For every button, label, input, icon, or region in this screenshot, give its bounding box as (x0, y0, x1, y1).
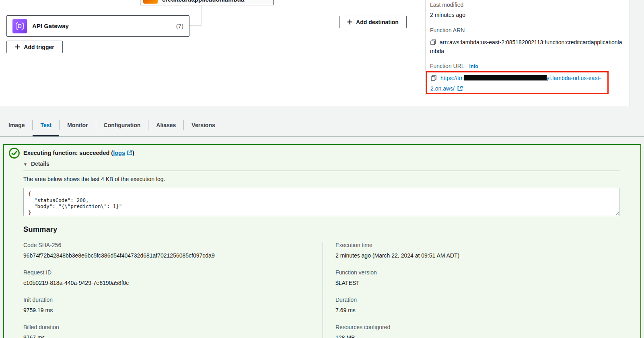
summary-field-request-id: Request ID c10b0219-818a-440a-9429-7e619… (23, 269, 323, 286)
field-label: Billed duration (23, 324, 323, 330)
redaction-bar (464, 75, 547, 80)
details-toggle-label: Details (31, 161, 49, 167)
field-value: 128 MB (335, 334, 619, 338)
api-gateway-trigger-count: (7) (176, 23, 183, 29)
last-modified-value: 2 minutes ago (430, 12, 625, 18)
function-url-suffix-line1: yf.lambda-url.us-east- (547, 75, 601, 81)
field-label: Duration (335, 297, 619, 303)
summary-right-column: Execution time 2 minutes ago (March 22, … (323, 242, 619, 338)
api-gateway-node-label: API Gateway (32, 23, 176, 29)
copy-icon[interactable] (430, 75, 437, 81)
add-trigger-button[interactable]: Add trigger (6, 41, 63, 53)
last-modified-label: Last modified (430, 2, 625, 8)
connector-line-vertical (201, 5, 202, 26)
execution-log-note: The area below shows the last 4 KB of th… (23, 176, 619, 182)
connector-line-horizontal (189, 25, 202, 26)
field-label: Init duration (23, 297, 323, 303)
function-url-line2: 2.on.aws/ (430, 85, 455, 92)
success-check-icon (8, 147, 20, 159)
info-link[interactable]: Info (469, 64, 478, 69)
field-value: 2 minutes ago (March 22, 2024 at 09:51 A… (335, 252, 619, 259)
field-value: c10b0219-818a-440a-9429-7e6190a58f0c (23, 280, 323, 286)
external-link-icon (457, 85, 463, 91)
field-label: Code SHA-256 (23, 242, 323, 248)
function-url-link[interactable]: https://tmyf.lambda-url.us-east-2.on.aws… (430, 75, 601, 92)
plus-icon (15, 44, 20, 49)
function-tabs: Image Test Monitor Configuration Aliases… (0, 114, 644, 137)
function-url-annotation-box: https://tmyf.lambda-url.us-east-2.on.aws… (426, 71, 609, 94)
summary-field-init-duration: Init duration 9759.19 ms (23, 297, 323, 313)
field-value: 9759.19 ms (23, 307, 323, 313)
summary-field-duration: Duration 7.69 ms (335, 297, 619, 313)
summary-field-function-version: Function version $LATEST (335, 269, 619, 286)
lambda-icon: λ (143, 0, 158, 4)
tab-monitor[interactable]: Monitor (60, 114, 95, 136)
field-value: 7.69 ms (335, 307, 619, 313)
api-gateway-icon (12, 19, 27, 33)
summary-title: Summary (23, 225, 619, 234)
lambda-function-node[interactable]: λ creditcardapplicationlambda (140, 0, 274, 5)
execution-log[interactable]: { "statusCode": 200, "body": "{\"predict… (23, 188, 619, 216)
field-label: Request ID (23, 269, 323, 276)
field-value: 96b74f72b42848bb3e8e6bc5fc386d54f404732d… (23, 252, 323, 259)
function-overview-card: λ creditcardapplicationlambda API Gatewa… (0, 0, 630, 106)
function-details-column: Last modified 2 minutes ago Function ARN… (430, 0, 625, 69)
function-url-label: Function URL (430, 63, 465, 69)
details-toggle[interactable]: Details (23, 161, 49, 167)
summary-field-code-sha: Code SHA-256 96b74f72b42848bb3e8e6bc5fc3… (23, 242, 323, 259)
copy-icon[interactable] (430, 39, 436, 45)
summary-left-column: Code SHA-256 96b74f72b42848bb3e8e6bc5fc3… (23, 242, 323, 338)
function-arn-value: arn:aws:lambda:us-east-2:085182002113:fu… (430, 39, 622, 54)
summary-field-execution-time: Execution time 2 minutes ago (March 22, … (335, 242, 619, 259)
status-text: Executing function: succeeded ( (23, 150, 113, 156)
field-label: Function version (335, 269, 619, 276)
tab-versions[interactable]: Versions (184, 114, 222, 136)
field-value: 9767 ms (23, 334, 323, 338)
summary-field-resources: Resources configured 128 MB (335, 324, 619, 338)
summary-section: Code SHA-256 96b74f72b42848bb3e8e6bc5fc3… (23, 242, 619, 338)
tab-test[interactable]: Test (33, 114, 59, 136)
logs-link[interactable]: logs (113, 150, 125, 156)
function-url-prefix: https://tm (440, 75, 464, 81)
field-label: Execution time (335, 242, 619, 248)
api-gateway-node[interactable]: API Gateway (7) (6, 15, 189, 37)
add-destination-button[interactable]: Add destination (339, 16, 407, 28)
status-text-close: ) (132, 150, 134, 156)
tab-aliases[interactable]: Aliases (148, 114, 183, 136)
summary-field-billed-duration: Billed duration 9767 ms (23, 324, 323, 338)
add-destination-label: Add destination (356, 19, 399, 25)
execution-status: Executing function: succeeded (logs ) (23, 150, 619, 156)
test-result-panel: Executing function: succeeded (logs ) De… (3, 144, 641, 338)
plus-icon (347, 19, 352, 25)
field-value: $LATEST (335, 280, 619, 286)
card-vertical-divider (425, 0, 426, 95)
tab-image[interactable]: Image (1, 114, 32, 136)
function-arn-label: Function ARN (430, 27, 625, 33)
field-label: Resources configured (335, 324, 619, 330)
details-divider (23, 171, 619, 171)
lambda-node-label: creditcardapplicationlambda (162, 0, 244, 3)
external-link-icon (127, 150, 132, 156)
tab-configuration[interactable]: Configuration (96, 114, 148, 136)
add-trigger-label: Add trigger (24, 44, 54, 50)
caret-down-icon (23, 161, 27, 167)
